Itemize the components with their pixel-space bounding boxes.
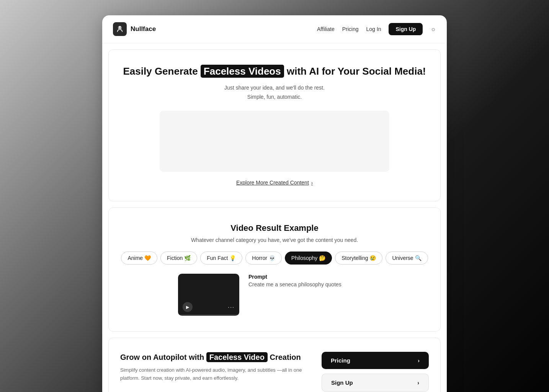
video-prompt: Prompt Create me a seneca philosophy quo… [248, 274, 371, 287]
explore-arrow: › [311, 180, 313, 186]
video-example-title: Video Result Example [120, 223, 429, 233]
cta-title-highlight: Faceless Video [206, 352, 268, 362]
video-controls: ▶ ··· [183, 302, 235, 312]
brand-logo[interactable]: Nullface [113, 22, 156, 36]
cta-title: Grow on Autopilot with Faceless Video Cr… [120, 352, 310, 363]
explore-link[interactable]: Explore More Created Content › [120, 180, 429, 186]
category-tabs: Anime 🧡Fiction 🌿Fun Fact 💡Horror 💀Philos… [120, 252, 429, 265]
brand-name: Nullface [131, 25, 156, 33]
category-tab-philosophy[interactable]: Philosophy 🤔 [285, 252, 332, 265]
hero-video-placeholder [160, 111, 389, 172]
category-tab-horror[interactable]: Horror 💀 [245, 252, 282, 265]
hero-sub-line1: Just share your idea, and we'll do the r… [224, 85, 325, 91]
hero-title: Easily Generate Faceless Videos with AI … [120, 65, 429, 78]
video-progress-bar [178, 315, 239, 316]
cta-buttons: Pricing › Sign Up › [322, 352, 429, 392]
play-button[interactable]: ▶ [183, 302, 193, 312]
prompt-label: Prompt [248, 274, 371, 280]
explore-link-text: Explore More Created Content [236, 180, 309, 186]
cta-left: Grow on Autopilot with Faceless Video Cr… [120, 352, 310, 382]
logo-icon [113, 22, 127, 36]
hero-title-after: with AI for Your Social Media! [284, 65, 426, 77]
signup-button[interactable]: Sign Up [389, 23, 423, 35]
cta-pricing-button[interactable]: Pricing › [322, 352, 429, 369]
affiliate-link[interactable]: Affiliate [317, 26, 335, 32]
cta-description: Simplify content creation with AI-powere… [120, 366, 310, 382]
video-example-section: Video Result Example Whatever channel ca… [108, 207, 441, 332]
category-tab-fun-fact[interactable]: Fun Fact 💡 [200, 252, 242, 265]
pricing-link[interactable]: Pricing [342, 26, 359, 32]
hero-title-highlight: Faceless Videos [201, 65, 284, 78]
cta-signup-button[interactable]: Sign Up › [322, 374, 429, 392]
category-tab-anime[interactable]: Anime 🧡 [121, 252, 157, 265]
svg-point-2 [121, 27, 121, 28]
login-link[interactable]: Log In [366, 26, 381, 32]
category-tab-storytelling[interactable]: Storytelling 😢 [335, 252, 382, 265]
hero-subtitle: Just share your idea, and we'll do the r… [120, 83, 429, 102]
hero-sub-line2: Simple, fun, automatic. [247, 94, 302, 100]
cta-pricing-label: Pricing [331, 357, 350, 364]
signup-arrow-icon: › [417, 380, 419, 386]
theme-toggle[interactable]: ☼ [430, 26, 436, 33]
cta-section: Grow on Autopilot with Faceless Video Cr… [108, 338, 441, 392]
video-dots: ··· [228, 304, 235, 310]
hero-section: Easily Generate Faceless Videos with AI … [108, 49, 441, 201]
video-result-area: ▶ ··· Prompt Create me a seneca philosop… [120, 274, 429, 316]
navbar: Nullface Affiliate Pricing Log In Sign U… [102, 15, 447, 43]
main-card: Nullface Affiliate Pricing Log In Sign U… [102, 15, 447, 392]
svg-point-1 [118, 27, 119, 28]
nav-links: Affiliate Pricing Log In Sign Up ☼ [317, 23, 436, 35]
video-thumbnail[interactable]: ▶ ··· [178, 274, 239, 316]
cta-title-before: Grow on Autopilot with [120, 353, 206, 361]
hero-title-before: Easily Generate [123, 65, 201, 77]
prompt-text: Create me a seneca philosophy quotes [248, 281, 371, 287]
cta-signup-label: Sign Up [331, 379, 353, 386]
category-tab-universe[interactable]: Universe 🔍 [386, 252, 428, 265]
pricing-arrow-icon: › [418, 358, 420, 364]
video-example-subtitle: Whatever channel category you have, we'v… [120, 237, 429, 243]
category-tab-fiction[interactable]: Fiction 🌿 [160, 252, 197, 265]
cta-title-after: Creation [268, 353, 301, 361]
